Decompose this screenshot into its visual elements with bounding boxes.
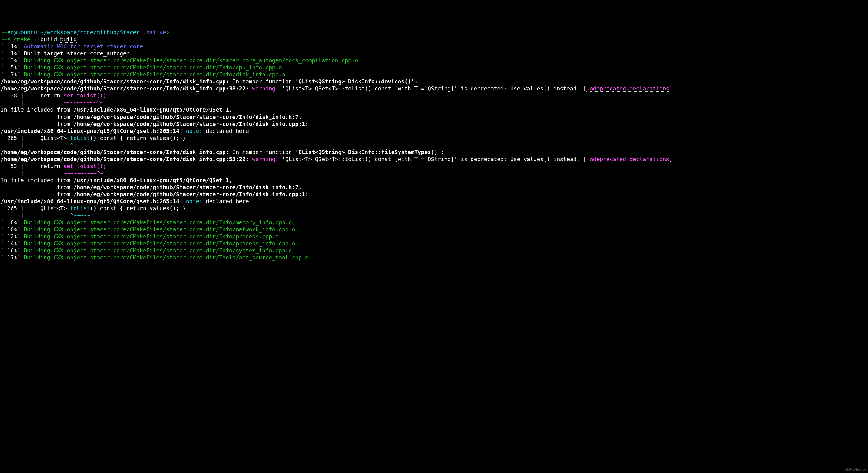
terminal-line: from /home/eg/workspace/code/github/Stac…: [1, 184, 868, 191]
terminal-line: /usr/include/x86_64-linux-gnu/qt5/QtCore…: [1, 127, 868, 135]
terminal-line: [ 1%] Automatic MOC for target stacer-co…: [1, 43, 868, 50]
terminal-line: /home/eg/workspace/code/github/Stacer/st…: [1, 155, 868, 162]
terminal-line: 53 | return set.toList();: [1, 162, 868, 170]
terminal-line: /home/eg/workspace/code/github/Stacer/st…: [1, 85, 868, 92]
terminal-line: [ 17%] Building CXX object stacer-core/C…: [1, 254, 868, 261]
terminal-line: In file included from /usr/include/x86_6…: [1, 177, 868, 184]
terminal-line: [ 10%] Building CXX object stacer-core/C…: [1, 226, 868, 233]
terminal-line: 265 | QList<T> toList() const { return v…: [1, 205, 868, 212]
terminal-line: | ^~~~~~: [1, 212, 868, 219]
terminal-line: from /home/eg/workspace/code/github/Stac…: [1, 120, 868, 127]
terminal-line: | ~~~~~~~~~~^~: [1, 170, 868, 177]
terminal-line: /home/eg/workspace/code/github/Stacer/st…: [1, 78, 868, 85]
terminal-line: └─$ cmake --build build: [1, 36, 868, 43]
terminal-output[interactable]: ┌─eg@ubuntu ~/workspace/code/github/Stac…: [1, 29, 868, 261]
terminal-line: | ~~~~~~~~~~^~: [1, 99, 868, 106]
terminal-line: [ 1%] Built target stacer-core_autogen: [1, 50, 868, 57]
terminal-line: [ 14%] Building CXX object stacer-core/C…: [1, 240, 868, 247]
terminal-line: In file included from /usr/include/x86_6…: [1, 106, 868, 113]
terminal-line: from /home/eg/workspace/code/github/Stac…: [1, 113, 868, 120]
terminal-line: [ 12%] Building CXX object stacer-core/C…: [1, 233, 868, 240]
terminal-line: [ 16%] Building CXX object stacer-core/C…: [1, 247, 868, 254]
terminal-line: [ 3%] Building CXX object stacer-core/CM…: [1, 57, 868, 64]
terminal-line: 265 | QList<T> toList() const { return v…: [1, 135, 868, 142]
terminal-line: from /home/eg/workspace/code/github/Stac…: [1, 191, 868, 198]
terminal-line: [ 8%] Building CXX object stacer-core/CM…: [1, 219, 868, 226]
terminal-line: [ 5%] Building CXX object stacer-core/CM…: [1, 64, 868, 71]
terminal-line: /home/eg/workspace/code/github/Stacer/st…: [1, 148, 868, 155]
terminal-line: /usr/include/x86_64-linux-gnu/qt5/QtCore…: [1, 198, 868, 205]
terminal-line: [ 7%] Building CXX object stacer-core/CM…: [1, 71, 868, 78]
terminal-line: 38 | return set.toList();: [1, 92, 868, 99]
terminal-line: | ^~~~~~: [1, 142, 868, 148]
terminal-line: ┌─eg@ubuntu ~/workspace/code/github/Stac…: [1, 29, 868, 36]
